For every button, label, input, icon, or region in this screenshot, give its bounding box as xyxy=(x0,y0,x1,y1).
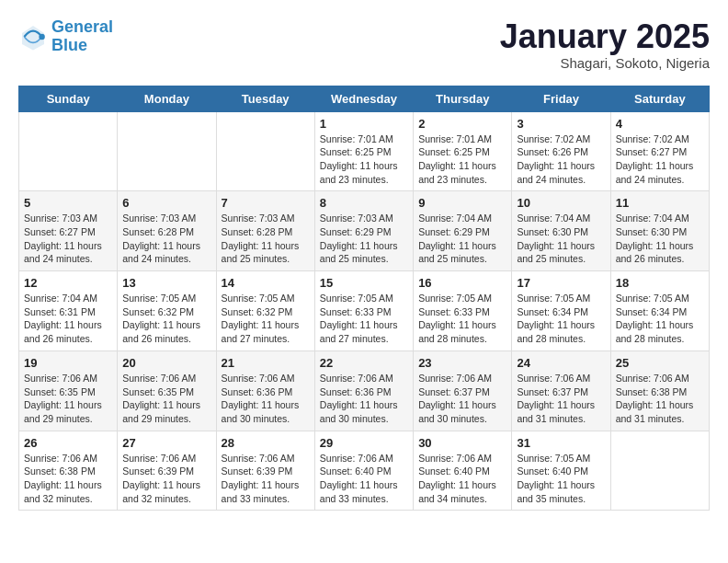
day-info: Sunrise: 7:01 AM Sunset: 6:25 PM Dayligh… xyxy=(418,132,506,187)
calendar-header: SundayMondayTuesdayWednesdayThursdayFrid… xyxy=(19,86,710,111)
calendar-cell: 12Sunrise: 7:04 AM Sunset: 6:31 PM Dayli… xyxy=(19,271,118,351)
calendar-cell: 27Sunrise: 7:06 AM Sunset: 6:39 PM Dayli… xyxy=(118,431,216,511)
month-title: January 2025 xyxy=(500,18,710,55)
calendar-cell: 8Sunrise: 7:03 AM Sunset: 6:29 PM Daylig… xyxy=(314,191,413,271)
logo-icon xyxy=(18,22,48,52)
calendar-cell xyxy=(216,111,314,191)
calendar-cell: 29Sunrise: 7:06 AM Sunset: 6:40 PM Dayli… xyxy=(314,431,413,511)
day-number: 28 xyxy=(222,436,310,450)
calendar-cell: 17Sunrise: 7:05 AM Sunset: 6:34 PM Dayli… xyxy=(512,271,610,351)
day-number: 16 xyxy=(418,276,506,290)
calendar-cell: 24Sunrise: 7:06 AM Sunset: 6:37 PM Dayli… xyxy=(512,350,610,431)
day-number: 25 xyxy=(616,356,704,370)
weekday-header-sunday: Sunday xyxy=(19,86,118,111)
day-info: Sunrise: 7:06 AM Sunset: 6:40 PM Dayligh… xyxy=(418,452,506,506)
day-number: 15 xyxy=(320,276,408,290)
day-number: 20 xyxy=(122,356,210,370)
location-subtitle: Shagari, Sokoto, Nigeria xyxy=(500,55,710,71)
calendar-cell: 25Sunrise: 7:06 AM Sunset: 6:38 PM Dayli… xyxy=(610,350,709,431)
weekday-header-wednesday: Wednesday xyxy=(314,86,413,111)
calendar-cell xyxy=(118,111,216,191)
day-info: Sunrise: 7:05 AM Sunset: 6:34 PM Dayligh… xyxy=(616,292,704,346)
day-info: Sunrise: 7:06 AM Sunset: 6:37 PM Dayligh… xyxy=(418,372,506,426)
day-info: Sunrise: 7:04 AM Sunset: 6:30 PM Dayligh… xyxy=(616,212,704,266)
calendar-cell: 1Sunrise: 7:01 AM Sunset: 6:25 PM Daylig… xyxy=(314,111,413,191)
day-info: Sunrise: 7:06 AM Sunset: 6:36 PM Dayligh… xyxy=(320,372,408,426)
calendar-week-3: 12Sunrise: 7:04 AM Sunset: 6:31 PM Dayli… xyxy=(19,271,710,351)
day-number: 6 xyxy=(122,196,210,210)
day-number: 18 xyxy=(616,276,704,290)
page-header: General Blue January 2025 Shagari, Sokot… xyxy=(18,18,710,71)
day-info: Sunrise: 7:03 AM Sunset: 6:29 PM Dayligh… xyxy=(320,212,408,266)
logo: General Blue xyxy=(18,18,113,55)
calendar-cell: 19Sunrise: 7:06 AM Sunset: 6:35 PM Dayli… xyxy=(19,350,118,431)
day-info: Sunrise: 7:02 AM Sunset: 6:27 PM Dayligh… xyxy=(616,132,704,187)
weekday-header-monday: Monday xyxy=(118,86,216,111)
day-number: 17 xyxy=(517,276,605,290)
day-info: Sunrise: 7:06 AM Sunset: 6:36 PM Dayligh… xyxy=(222,372,310,426)
day-info: Sunrise: 7:04 AM Sunset: 6:29 PM Dayligh… xyxy=(418,212,506,266)
calendar-week-2: 5Sunrise: 7:03 AM Sunset: 6:27 PM Daylig… xyxy=(19,191,710,271)
calendar-cell: 28Sunrise: 7:06 AM Sunset: 6:39 PM Dayli… xyxy=(216,431,314,511)
day-number: 24 xyxy=(517,356,605,370)
day-info: Sunrise: 7:04 AM Sunset: 6:31 PM Dayligh… xyxy=(24,292,112,346)
calendar-cell: 10Sunrise: 7:04 AM Sunset: 6:30 PM Dayli… xyxy=(512,191,610,271)
calendar-week-5: 26Sunrise: 7:06 AM Sunset: 6:38 PM Dayli… xyxy=(19,431,710,511)
day-number: 11 xyxy=(616,196,704,210)
day-info: Sunrise: 7:06 AM Sunset: 6:38 PM Dayligh… xyxy=(616,372,704,426)
calendar-cell: 22Sunrise: 7:06 AM Sunset: 6:36 PM Dayli… xyxy=(314,350,413,431)
day-number: 21 xyxy=(222,356,310,370)
day-info: Sunrise: 7:06 AM Sunset: 6:35 PM Dayligh… xyxy=(122,372,210,426)
calendar-cell xyxy=(610,431,709,511)
day-info: Sunrise: 7:05 AM Sunset: 6:33 PM Dayligh… xyxy=(320,292,408,346)
day-info: Sunrise: 7:03 AM Sunset: 6:27 PM Dayligh… xyxy=(24,212,112,266)
calendar-cell: 15Sunrise: 7:05 AM Sunset: 6:33 PM Dayli… xyxy=(314,271,413,351)
calendar-cell: 6Sunrise: 7:03 AM Sunset: 6:28 PM Daylig… xyxy=(118,191,216,271)
calendar-cell: 16Sunrise: 7:05 AM Sunset: 6:33 PM Dayli… xyxy=(414,271,512,351)
weekday-header-friday: Friday xyxy=(512,86,610,111)
calendar-cell: 31Sunrise: 7:05 AM Sunset: 6:40 PM Dayli… xyxy=(512,431,610,511)
day-info: Sunrise: 7:06 AM Sunset: 6:39 PM Dayligh… xyxy=(222,452,310,506)
calendar-cell xyxy=(19,111,118,191)
day-info: Sunrise: 7:05 AM Sunset: 6:33 PM Dayligh… xyxy=(418,292,506,346)
day-number: 12 xyxy=(24,276,112,290)
calendar-body: 1Sunrise: 7:01 AM Sunset: 6:25 PM Daylig… xyxy=(19,111,710,511)
day-info: Sunrise: 7:06 AM Sunset: 6:39 PM Dayligh… xyxy=(122,452,210,506)
logo-text: General Blue xyxy=(51,18,113,55)
calendar-cell: 20Sunrise: 7:06 AM Sunset: 6:35 PM Dayli… xyxy=(118,350,216,431)
calendar-cell: 5Sunrise: 7:03 AM Sunset: 6:27 PM Daylig… xyxy=(19,191,118,271)
day-info: Sunrise: 7:03 AM Sunset: 6:28 PM Dayligh… xyxy=(222,212,310,266)
day-number: 8 xyxy=(320,196,408,210)
calendar-cell: 18Sunrise: 7:05 AM Sunset: 6:34 PM Dayli… xyxy=(610,271,709,351)
day-info: Sunrise: 7:06 AM Sunset: 6:38 PM Dayligh… xyxy=(24,452,112,506)
day-number: 1 xyxy=(320,117,408,131)
weekday-header-saturday: Saturday xyxy=(610,86,709,111)
weekday-header-thursday: Thursday xyxy=(414,86,512,111)
day-number: 29 xyxy=(320,436,408,450)
day-number: 13 xyxy=(122,276,210,290)
day-number: 10 xyxy=(517,196,605,210)
day-number: 7 xyxy=(222,196,310,210)
calendar-cell: 2Sunrise: 7:01 AM Sunset: 6:25 PM Daylig… xyxy=(414,111,512,191)
calendar-cell: 4Sunrise: 7:02 AM Sunset: 6:27 PM Daylig… xyxy=(610,111,709,191)
day-info: Sunrise: 7:03 AM Sunset: 6:28 PM Dayligh… xyxy=(122,212,210,266)
day-number: 9 xyxy=(418,196,506,210)
day-info: Sunrise: 7:05 AM Sunset: 6:32 PM Dayligh… xyxy=(222,292,310,346)
day-number: 30 xyxy=(418,436,506,450)
calendar-cell: 26Sunrise: 7:06 AM Sunset: 6:38 PM Dayli… xyxy=(19,431,118,511)
day-number: 22 xyxy=(320,356,408,370)
day-number: 31 xyxy=(517,436,605,450)
svg-point-2 xyxy=(39,34,44,40)
weekday-header-tuesday: Tuesday xyxy=(216,86,314,111)
day-info: Sunrise: 7:02 AM Sunset: 6:26 PM Dayligh… xyxy=(517,132,605,187)
day-number: 2 xyxy=(418,117,506,131)
day-number: 5 xyxy=(24,196,112,210)
calendar-cell: 21Sunrise: 7:06 AM Sunset: 6:36 PM Dayli… xyxy=(216,350,314,431)
day-info: Sunrise: 7:06 AM Sunset: 6:35 PM Dayligh… xyxy=(24,372,112,426)
calendar-cell: 9Sunrise: 7:04 AM Sunset: 6:29 PM Daylig… xyxy=(414,191,512,271)
calendar-cell: 11Sunrise: 7:04 AM Sunset: 6:30 PM Dayli… xyxy=(610,191,709,271)
day-number: 27 xyxy=(122,436,210,450)
day-number: 26 xyxy=(24,436,112,450)
day-number: 4 xyxy=(616,117,704,131)
day-info: Sunrise: 7:05 AM Sunset: 6:40 PM Dayligh… xyxy=(517,452,605,506)
